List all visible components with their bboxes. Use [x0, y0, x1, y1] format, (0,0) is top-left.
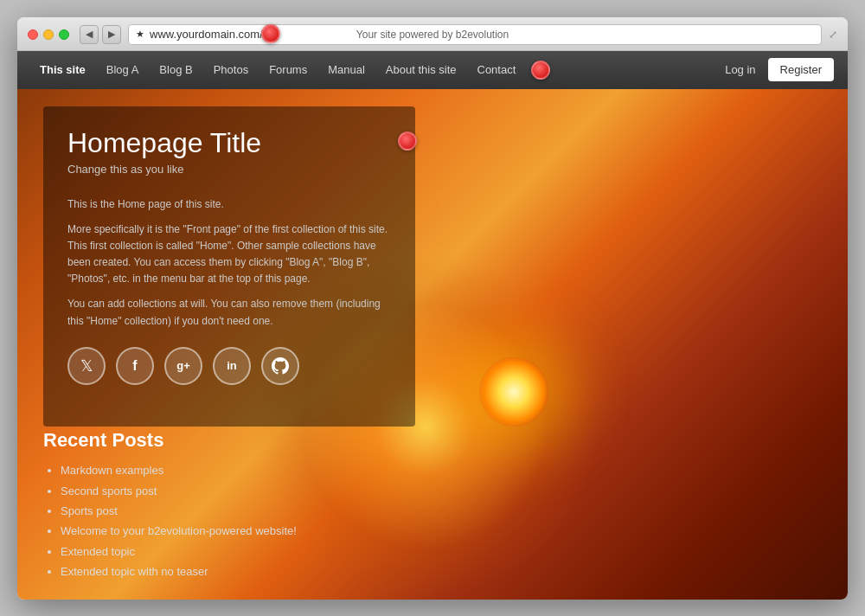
post-link-5[interactable]: Extended topic: [61, 545, 135, 558]
panel-text-2: More specifically it is the "Front page"…: [67, 221, 391, 288]
nav-bar: This site Blog A Blog B Photos Forums Ma…: [17, 51, 848, 89]
nav-item-about[interactable]: About this site: [377, 58, 465, 81]
social-icons: 𝕏 f g+ in: [67, 347, 391, 385]
nav-arrows: ◀ ▶: [80, 25, 121, 44]
post-link-2[interactable]: Second sports post: [61, 484, 157, 497]
nav-item-blog-b[interactable]: Blog B: [151, 58, 201, 81]
homepage-title: Homepage Title: [67, 127, 261, 159]
post-link-1[interactable]: Markdown examples: [61, 464, 163, 477]
nav-item-blog-a[interactable]: Blog A: [98, 58, 148, 81]
twitter-icon[interactable]: 𝕏: [67, 347, 106, 385]
title-bar: ◀ ▶ ★ www.yourdomain.com/ Your site powe…: [17, 17, 848, 51]
post-link-6[interactable]: Extended topic with no teaser: [61, 565, 208, 578]
google-plus-icon[interactable]: g+: [164, 347, 202, 385]
homepage-subtitle: Change this as you like: [67, 163, 261, 176]
github-icon[interactable]: [261, 347, 299, 385]
posts-list: Markdown examples Second sports post Spo…: [43, 460, 297, 581]
content-panel: Homepage Title Change this as you like T…: [43, 106, 415, 427]
minimize-button[interactable]: [43, 29, 54, 40]
favicon: ★: [136, 29, 144, 40]
browser-window: ◀ ▶ ★ www.yourdomain.com/ Your site powe…: [17, 17, 848, 600]
list-item[interactable]: Second sports post: [61, 481, 297, 501]
maximize-button[interactable]: [59, 29, 69, 40]
annotation-dot-content: [398, 132, 417, 151]
close-button[interactable]: [28, 29, 38, 40]
panel-text-3: You can add collections at will. You can…: [67, 296, 391, 329]
hero-area: Homepage Title Change this as you like T…: [17, 89, 848, 600]
nav-item-manual[interactable]: Manual: [319, 58, 374, 81]
post-link-4[interactable]: Welcome to your b2evolution-powered webs…: [61, 524, 297, 537]
window-controls: [28, 29, 69, 40]
annotation-dot-titlebar: [261, 24, 280, 43]
sun-glow: [479, 357, 548, 427]
content-panel-header: Homepage Title Change this as you like: [67, 127, 391, 189]
post-link-3[interactable]: Sports post: [61, 504, 118, 517]
register-button[interactable]: Register: [768, 58, 834, 81]
recent-posts: Recent Posts Markdown examples Second sp…: [43, 429, 297, 581]
login-button[interactable]: Log in: [716, 58, 764, 81]
panel-text-1: This is the Home page of this site.: [67, 196, 391, 213]
url-text: www.yourdomain.com/: [150, 28, 263, 41]
window-title: Your site powered by b2evolution: [356, 29, 509, 41]
list-item[interactable]: Markdown examples: [61, 460, 297, 480]
list-item[interactable]: Extended topic: [61, 542, 297, 561]
forward-button[interactable]: ▶: [102, 25, 121, 44]
facebook-icon[interactable]: f: [116, 347, 154, 385]
nav-item-forums[interactable]: Forums: [260, 58, 316, 81]
resize-icon: ⤢: [829, 29, 837, 41]
nav-item-contact[interactable]: Contact: [469, 58, 525, 81]
back-button[interactable]: ◀: [80, 25, 99, 44]
nav-item-photos[interactable]: Photos: [205, 58, 257, 81]
recent-posts-title: Recent Posts: [43, 429, 297, 452]
nav-item-this-site[interactable]: This site: [31, 58, 94, 81]
list-item[interactable]: Extended topic with no teaser: [61, 561, 297, 581]
list-item[interactable]: Welcome to your b2evolution-powered webs…: [61, 521, 297, 541]
annotation-dot-nav: [528, 57, 554, 83]
list-item[interactable]: Sports post: [61, 501, 297, 521]
linkedin-icon[interactable]: in: [213, 347, 251, 385]
